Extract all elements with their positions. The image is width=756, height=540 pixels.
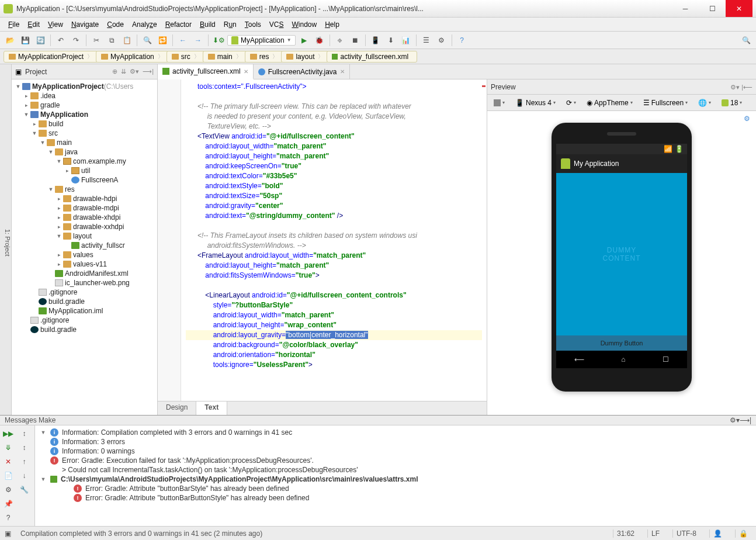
debug-icon[interactable]: 🐞 xyxy=(313,34,326,47)
breadcrumb-item[interactable]: layout xyxy=(281,51,329,63)
tree-node[interactable]: .gitignore xyxy=(12,316,157,325)
attach-icon[interactable]: ⎆ xyxy=(334,34,346,47)
breadcrumb-item[interactable]: activity_fullscreen.xml xyxy=(327,51,417,63)
open-icon[interactable]: 📂 xyxy=(4,34,16,47)
breadcrumb-item[interactable]: MyApplication xyxy=(96,51,169,63)
recents-icon[interactable]: ☐ xyxy=(663,355,669,364)
tree-node[interactable]: ic_launcher-web.png xyxy=(12,278,157,288)
close-button[interactable]: ✕ xyxy=(726,0,752,17)
wrench-icon[interactable]: 🔧 xyxy=(19,484,30,496)
tree-node[interactable]: ▸values xyxy=(12,250,157,259)
cut-icon[interactable]: ✂ xyxy=(90,34,103,47)
sdk-icon[interactable]: ⬇ xyxy=(384,34,397,47)
message-row[interactable]: ▼iInformation: Compilation completed wit… xyxy=(40,428,751,437)
autoscroll-icon[interactable]: ⤋ xyxy=(2,442,14,454)
message-row[interactable]: !Error: Gradle: Attribute "buttonBarButt… xyxy=(40,493,751,503)
menu-edit[interactable]: Edit xyxy=(24,19,43,30)
tree-node[interactable]: ▸.idea xyxy=(12,91,157,101)
home-icon[interactable]: ⌂ xyxy=(621,355,625,364)
project-tool-tab[interactable]: 1: Project xyxy=(0,64,12,415)
make-icon[interactable]: ⬇⚙ xyxy=(212,34,225,47)
tree-node[interactable]: ▼main xyxy=(12,138,157,147)
editor-tab[interactable]: FullscreenActivity.java✕ xyxy=(254,64,350,79)
hide-icon[interactable]: ⟶| xyxy=(740,416,751,424)
menu-tools[interactable]: Tools xyxy=(241,19,265,30)
gear-icon[interactable]: ⚙▾ xyxy=(730,84,740,91)
next-icon[interactable]: ↓ xyxy=(19,470,30,482)
tree-twisty-icon[interactable]: ▼ xyxy=(55,158,63,164)
message-row[interactable]: !Error: Gradle: Execution failed for tas… xyxy=(40,456,751,465)
tree-twisty-icon[interactable]: ▼ xyxy=(47,149,55,155)
tree-node[interactable]: ▼MyApplication xyxy=(12,110,157,119)
gear-icon[interactable]: ⚙▾ xyxy=(730,416,740,424)
menu-vcs[interactable]: VCS xyxy=(266,19,287,30)
tree-node[interactable]: ▼res xyxy=(12,185,157,194)
tree-node[interactable]: ▸drawable-hdpi xyxy=(12,194,157,203)
menu-navigate[interactable]: Navigate xyxy=(68,19,102,30)
tree-node[interactable]: activity_fullscr xyxy=(12,241,157,250)
tree-node[interactable]: AndroidManifest.xml xyxy=(12,269,157,278)
copy-icon[interactable]: ⧉ xyxy=(105,34,118,47)
pin-icon[interactable]: 📌 xyxy=(2,498,14,510)
gear-icon[interactable]: ⚙▾ xyxy=(130,68,139,75)
menu-analyze[interactable]: Analyze xyxy=(129,19,161,30)
tree-twisty-icon[interactable]: ▼ xyxy=(30,130,39,136)
help-icon[interactable]: ? xyxy=(2,512,14,524)
rerun-icon[interactable]: ▶▶ xyxy=(2,428,14,439)
settings-icon[interactable]: ⚙ xyxy=(435,34,448,47)
project-view-icon[interactable]: ▣ xyxy=(15,68,22,76)
tree-twisty-icon[interactable]: ▸ xyxy=(55,196,63,202)
tree-twisty-icon[interactable]: ▸ xyxy=(55,214,63,220)
save-icon[interactable]: 💾 xyxy=(19,34,32,47)
menu-view[interactable]: View xyxy=(44,19,67,30)
inspections-icon[interactable]: 👤 xyxy=(709,529,726,538)
theme-selector[interactable]: ◉AppTheme▾ xyxy=(584,97,636,109)
tree-twisty-icon[interactable]: ▸ xyxy=(30,121,39,127)
tree-twisty-icon[interactable]: ▸ xyxy=(63,168,71,174)
stop-icon[interactable]: ⏹ xyxy=(349,34,362,47)
close-tab-icon[interactable]: ✕ xyxy=(244,68,248,75)
collapse-icon[interactable]: ↕ xyxy=(19,442,30,454)
tree-node[interactable]: ▼com.example.my xyxy=(12,157,157,166)
tree-twisty-icon[interactable]: ▸ xyxy=(55,252,63,258)
menu-refactor[interactable]: Refactor xyxy=(162,19,195,30)
tree-node[interactable]: ▸drawable-xhdpi xyxy=(12,213,157,222)
redo-icon[interactable]: ↷ xyxy=(70,34,82,47)
activity-selector[interactable]: ☰Fullscreen▾ xyxy=(640,97,691,109)
tree-twisty-icon[interactable]: ▸ xyxy=(55,261,63,267)
paste-icon[interactable]: 📋 xyxy=(120,34,133,47)
tree-node[interactable]: build.gradle xyxy=(12,325,157,334)
tree-node[interactable]: FullscreenA xyxy=(12,175,157,185)
breadcrumb-item[interactable]: main xyxy=(203,51,247,63)
zoom-icon[interactable]: ⚙ xyxy=(744,115,750,123)
message-row[interactable]: > Could not call IncrementalTask.taskAct… xyxy=(40,465,751,475)
tree-twisty-icon[interactable]: ▸ xyxy=(55,224,63,230)
structure-icon[interactable]: ☰ xyxy=(420,34,433,47)
tree-node[interactable]: build.gradle xyxy=(12,297,157,306)
breadcrumb-item[interactable]: src xyxy=(167,51,205,63)
forward-icon[interactable]: → xyxy=(192,34,204,47)
close-tab-icon[interactable]: ✕ xyxy=(340,68,345,75)
breadcrumb-item[interactable]: res xyxy=(245,51,284,63)
export-icon[interactable]: 📄 xyxy=(2,470,14,482)
scroll-to-icon[interactable]: ⊕ xyxy=(112,68,117,75)
message-row[interactable]: iInformation: 0 warnings xyxy=(40,446,751,456)
avd-icon[interactable]: 📱 xyxy=(369,34,382,47)
orientation-icon[interactable]: ⟳▾ xyxy=(563,97,579,109)
menu-build[interactable]: Build xyxy=(196,19,219,30)
find-icon[interactable]: 🔍 xyxy=(141,34,154,47)
file-encoding[interactable]: UTF-8 xyxy=(672,529,700,538)
hide-icon[interactable]: ⟶| xyxy=(143,68,154,75)
tree-node[interactable]: ▸gradle xyxy=(12,101,157,110)
collapse-icon[interactable]: ⇊ xyxy=(121,68,126,75)
replace-icon[interactable]: 🔁 xyxy=(156,34,169,47)
tree-node[interactable]: MyApplication.iml xyxy=(12,306,157,316)
line-separator[interactable]: LF xyxy=(647,529,663,538)
help-icon[interactable]: ? xyxy=(456,34,469,47)
minimize-button[interactable]: ─ xyxy=(672,0,699,17)
render-config-icon[interactable]: ▾ xyxy=(491,98,508,108)
tree-node[interactable]: ▼MyApplicationProject (C:\Users xyxy=(12,82,157,91)
text-tab[interactable]: Text xyxy=(196,401,227,415)
monitor-icon[interactable]: 📊 xyxy=(400,34,412,47)
undo-icon[interactable]: ↶ xyxy=(54,34,67,47)
